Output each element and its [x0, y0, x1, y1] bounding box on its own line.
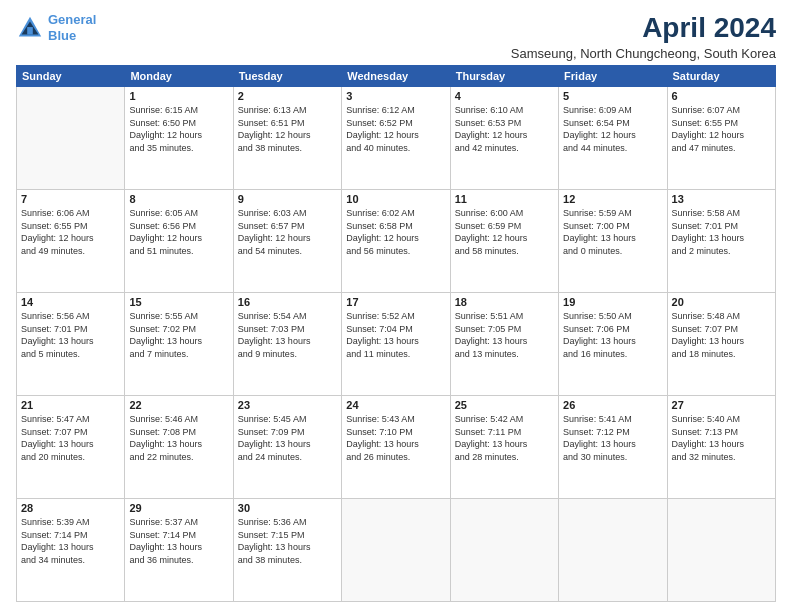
calendar-week-row: 1Sunrise: 6:15 AM Sunset: 6:50 PM Daylig…	[17, 87, 776, 190]
day-number: 12	[563, 193, 662, 205]
calendar-cell: 1Sunrise: 6:15 AM Sunset: 6:50 PM Daylig…	[125, 87, 233, 190]
calendar-day-header: Friday	[559, 66, 667, 87]
day-number: 21	[21, 399, 120, 411]
day-number: 2	[238, 90, 337, 102]
calendar-cell	[667, 499, 775, 602]
day-number: 29	[129, 502, 228, 514]
day-info: Sunrise: 5:43 AM Sunset: 7:10 PM Dayligh…	[346, 413, 445, 463]
calendar-week-row: 28Sunrise: 5:39 AM Sunset: 7:14 PM Dayli…	[17, 499, 776, 602]
calendar-cell: 12Sunrise: 5:59 AM Sunset: 7:00 PM Dayli…	[559, 190, 667, 293]
day-number: 8	[129, 193, 228, 205]
day-number: 16	[238, 296, 337, 308]
day-number: 4	[455, 90, 554, 102]
svg-rect-2	[27, 27, 33, 34]
day-info: Sunrise: 5:59 AM Sunset: 7:00 PM Dayligh…	[563, 207, 662, 257]
calendar-cell: 7Sunrise: 6:06 AM Sunset: 6:55 PM Daylig…	[17, 190, 125, 293]
day-info: Sunrise: 5:45 AM Sunset: 7:09 PM Dayligh…	[238, 413, 337, 463]
day-info: Sunrise: 5:39 AM Sunset: 7:14 PM Dayligh…	[21, 516, 120, 566]
calendar-cell: 17Sunrise: 5:52 AM Sunset: 7:04 PM Dayli…	[342, 293, 450, 396]
calendar-cell: 9Sunrise: 6:03 AM Sunset: 6:57 PM Daylig…	[233, 190, 341, 293]
calendar-cell: 20Sunrise: 5:48 AM Sunset: 7:07 PM Dayli…	[667, 293, 775, 396]
day-number: 1	[129, 90, 228, 102]
day-number: 7	[21, 193, 120, 205]
calendar-week-row: 14Sunrise: 5:56 AM Sunset: 7:01 PM Dayli…	[17, 293, 776, 396]
day-info: Sunrise: 5:46 AM Sunset: 7:08 PM Dayligh…	[129, 413, 228, 463]
day-info: Sunrise: 5:52 AM Sunset: 7:04 PM Dayligh…	[346, 310, 445, 360]
calendar-cell: 16Sunrise: 5:54 AM Sunset: 7:03 PM Dayli…	[233, 293, 341, 396]
title-area: April 2024 Samseung, North Chungcheong, …	[511, 12, 776, 61]
calendar-day-header: Saturday	[667, 66, 775, 87]
calendar-cell: 28Sunrise: 5:39 AM Sunset: 7:14 PM Dayli…	[17, 499, 125, 602]
calendar-cell: 26Sunrise: 5:41 AM Sunset: 7:12 PM Dayli…	[559, 396, 667, 499]
day-info: Sunrise: 5:55 AM Sunset: 7:02 PM Dayligh…	[129, 310, 228, 360]
calendar-cell: 25Sunrise: 5:42 AM Sunset: 7:11 PM Dayli…	[450, 396, 558, 499]
calendar-day-header: Wednesday	[342, 66, 450, 87]
day-info: Sunrise: 6:09 AM Sunset: 6:54 PM Dayligh…	[563, 104, 662, 154]
day-number: 25	[455, 399, 554, 411]
day-info: Sunrise: 6:03 AM Sunset: 6:57 PM Dayligh…	[238, 207, 337, 257]
calendar-cell: 6Sunrise: 6:07 AM Sunset: 6:55 PM Daylig…	[667, 87, 775, 190]
day-info: Sunrise: 5:36 AM Sunset: 7:15 PM Dayligh…	[238, 516, 337, 566]
calendar-cell: 13Sunrise: 5:58 AM Sunset: 7:01 PM Dayli…	[667, 190, 775, 293]
calendar-cell: 27Sunrise: 5:40 AM Sunset: 7:13 PM Dayli…	[667, 396, 775, 499]
calendar-cell: 5Sunrise: 6:09 AM Sunset: 6:54 PM Daylig…	[559, 87, 667, 190]
day-info: Sunrise: 6:10 AM Sunset: 6:53 PM Dayligh…	[455, 104, 554, 154]
calendar-day-header: Sunday	[17, 66, 125, 87]
calendar-day-header: Monday	[125, 66, 233, 87]
day-number: 19	[563, 296, 662, 308]
day-number: 5	[563, 90, 662, 102]
day-number: 18	[455, 296, 554, 308]
calendar-cell: 21Sunrise: 5:47 AM Sunset: 7:07 PM Dayli…	[17, 396, 125, 499]
day-info: Sunrise: 5:50 AM Sunset: 7:06 PM Dayligh…	[563, 310, 662, 360]
calendar-cell: 23Sunrise: 5:45 AM Sunset: 7:09 PM Dayli…	[233, 396, 341, 499]
day-number: 10	[346, 193, 445, 205]
day-info: Sunrise: 5:41 AM Sunset: 7:12 PM Dayligh…	[563, 413, 662, 463]
page: General Blue April 2024 Samseung, North …	[0, 0, 792, 612]
day-number: 22	[129, 399, 228, 411]
calendar-day-header: Tuesday	[233, 66, 341, 87]
calendar-cell: 22Sunrise: 5:46 AM Sunset: 7:08 PM Dayli…	[125, 396, 233, 499]
day-number: 17	[346, 296, 445, 308]
calendar-cell: 29Sunrise: 5:37 AM Sunset: 7:14 PM Dayli…	[125, 499, 233, 602]
day-info: Sunrise: 5:54 AM Sunset: 7:03 PM Dayligh…	[238, 310, 337, 360]
day-info: Sunrise: 5:58 AM Sunset: 7:01 PM Dayligh…	[672, 207, 771, 257]
day-info: Sunrise: 6:13 AM Sunset: 6:51 PM Dayligh…	[238, 104, 337, 154]
calendar-cell	[450, 499, 558, 602]
main-title: April 2024	[511, 12, 776, 44]
day-info: Sunrise: 6:06 AM Sunset: 6:55 PM Dayligh…	[21, 207, 120, 257]
calendar-cell	[559, 499, 667, 602]
subtitle: Samseung, North Chungcheong, South Korea	[511, 46, 776, 61]
logo-text: General Blue	[48, 12, 96, 43]
calendar-week-row: 21Sunrise: 5:47 AM Sunset: 7:07 PM Dayli…	[17, 396, 776, 499]
calendar-header-row: SundayMondayTuesdayWednesdayThursdayFrid…	[17, 66, 776, 87]
calendar-cell: 15Sunrise: 5:55 AM Sunset: 7:02 PM Dayli…	[125, 293, 233, 396]
calendar-cell: 30Sunrise: 5:36 AM Sunset: 7:15 PM Dayli…	[233, 499, 341, 602]
logo: General Blue	[16, 12, 96, 43]
day-info: Sunrise: 6:02 AM Sunset: 6:58 PM Dayligh…	[346, 207, 445, 257]
calendar-cell: 3Sunrise: 6:12 AM Sunset: 6:52 PM Daylig…	[342, 87, 450, 190]
logo-blue: Blue	[48, 28, 76, 43]
day-number: 9	[238, 193, 337, 205]
calendar-cell	[17, 87, 125, 190]
calendar-cell: 24Sunrise: 5:43 AM Sunset: 7:10 PM Dayli…	[342, 396, 450, 499]
day-info: Sunrise: 6:05 AM Sunset: 6:56 PM Dayligh…	[129, 207, 228, 257]
day-info: Sunrise: 6:00 AM Sunset: 6:59 PM Dayligh…	[455, 207, 554, 257]
day-number: 28	[21, 502, 120, 514]
header: General Blue April 2024 Samseung, North …	[16, 12, 776, 61]
calendar-cell	[342, 499, 450, 602]
day-number: 24	[346, 399, 445, 411]
day-number: 27	[672, 399, 771, 411]
calendar-cell: 4Sunrise: 6:10 AM Sunset: 6:53 PM Daylig…	[450, 87, 558, 190]
day-info: Sunrise: 5:37 AM Sunset: 7:14 PM Dayligh…	[129, 516, 228, 566]
day-number: 15	[129, 296, 228, 308]
calendar-week-row: 7Sunrise: 6:06 AM Sunset: 6:55 PM Daylig…	[17, 190, 776, 293]
logo-general: General	[48, 12, 96, 27]
day-number: 26	[563, 399, 662, 411]
day-info: Sunrise: 6:07 AM Sunset: 6:55 PM Dayligh…	[672, 104, 771, 154]
calendar-table: SundayMondayTuesdayWednesdayThursdayFrid…	[16, 65, 776, 602]
calendar-cell: 2Sunrise: 6:13 AM Sunset: 6:51 PM Daylig…	[233, 87, 341, 190]
day-info: Sunrise: 5:56 AM Sunset: 7:01 PM Dayligh…	[21, 310, 120, 360]
calendar-cell: 11Sunrise: 6:00 AM Sunset: 6:59 PM Dayli…	[450, 190, 558, 293]
day-info: Sunrise: 5:51 AM Sunset: 7:05 PM Dayligh…	[455, 310, 554, 360]
day-number: 20	[672, 296, 771, 308]
